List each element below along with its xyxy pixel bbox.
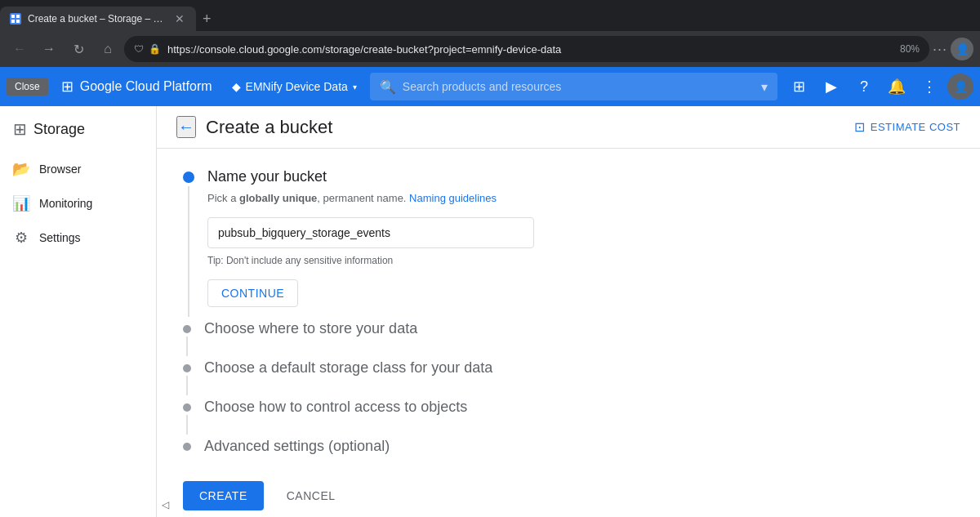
continue-button[interactable]: CONTINUE <box>207 279 298 307</box>
step-1-title: Name your bucket <box>207 168 954 185</box>
sidebar-header: ⊞ Storage <box>0 113 156 152</box>
input-tip: Tip: Don't include any sensitive informa… <box>207 255 954 266</box>
step-4-line <box>186 415 188 435</box>
forward-button[interactable]: → <box>36 36 62 62</box>
gcp-logo[interactable]: ⊞ Google Cloud Platform <box>55 78 219 96</box>
step-2-line <box>186 336 188 356</box>
step-5-title[interactable]: Advanced settings (optional) <box>204 438 954 455</box>
tab-title: Create a bucket – Storage – EM <box>28 13 167 25</box>
sidebar-item-monitoring[interactable]: 📊 Monitoring <box>0 186 149 221</box>
step-1-description: Pick a globally unique, permanent name. … <box>207 192 954 204</box>
estimate-cost-button[interactable]: ⊡ ESTIMATE COST <box>854 119 960 135</box>
svg-rect-0 <box>11 15 15 18</box>
dropdown-icon: ▾ <box>353 82 357 91</box>
user-avatar[interactable]: 👤 <box>947 74 973 100</box>
bucket-name-input[interactable] <box>207 217 534 248</box>
address-bar[interactable]: 🛡 🔒 https://console.cloud.google.com/sto… <box>124 36 929 62</box>
step-4-content: Choose how to control access to objects <box>204 399 954 438</box>
step-access: Choose how to control access to objects <box>183 399 954 438</box>
address-bar-icons: 🛡 🔒 <box>134 43 161 55</box>
step-storage-class: Choose a default storage class for your … <box>183 359 954 399</box>
step-4-dot <box>183 403 191 412</box>
estimate-cost-label: ESTIMATE COST <box>871 121 960 133</box>
step-4-title[interactable]: Choose how to control access to objects <box>204 399 954 416</box>
close-button[interactable]: Close <box>7 78 48 96</box>
settings-icon: ⚙ <box>13 229 29 247</box>
active-tab[interactable]: Create a bucket – Storage – EM ✕ <box>0 7 196 31</box>
step-5-indicator <box>183 438 191 468</box>
back-button[interactable]: ← <box>7 36 33 62</box>
app-layout: ⊞ Storage 📂 Browser 📊 Monitoring ⚙ Setti… <box>0 106 980 517</box>
home-button[interactable]: ⌂ <box>95 36 121 62</box>
page-header-left: ← Create a bucket <box>176 116 332 138</box>
browser-toolbar: ← → ↻ ⌂ 🛡 🔒 https://console.cloud.google… <box>0 31 980 67</box>
sidebar-browser-label: Browser <box>39 163 81 176</box>
settings-menu-button[interactable]: ⋮ <box>915 72 944 101</box>
apps-button[interactable]: ⊞ <box>784 72 813 101</box>
sidebar-item-settings[interactable]: ⚙ Settings <box>0 221 149 255</box>
svg-rect-3 <box>16 20 20 23</box>
project-name: EMNify Device Data <box>246 80 348 93</box>
step-name: Name your bucket Pick a globally unique,… <box>183 168 954 320</box>
search-icon: 🔍 <box>380 79 396 95</box>
browser-menu-button[interactable]: ··· <box>933 41 947 58</box>
step-2-content: Choose where to store your data <box>204 320 954 359</box>
step-1-dot <box>183 172 194 183</box>
search-expand-icon: ▾ <box>761 79 768 95</box>
step-2-title[interactable]: Choose where to store your data <box>204 320 954 337</box>
search-bar[interactable]: 🔍 Search products and resources ▾ <box>370 73 777 100</box>
step-3-content: Choose a default storage class for your … <box>204 359 954 399</box>
page-header: ← Create a bucket ⊡ ESTIMATE COST <box>157 106 980 149</box>
url-display: https://console.cloud.google.com/storage… <box>167 43 893 56</box>
sidebar-collapse-handle[interactable]: ◁ <box>157 492 173 517</box>
browser-chrome: Create a bucket – Storage – EM ✕ + ← → ↻… <box>0 0 980 67</box>
main-content: ← Create a bucket ⊡ ESTIMATE COST Name y… <box>157 106 980 517</box>
page-title: Create a bucket <box>206 117 332 138</box>
reload-button[interactable]: ↻ <box>65 36 91 62</box>
create-button[interactable]: CREATE <box>183 481 264 510</box>
cancel-button[interactable]: CANCEL <box>274 481 349 510</box>
step-1-line <box>188 186 189 317</box>
estimate-cost-icon: ⊡ <box>854 119 866 135</box>
security-icon: 🛡 <box>134 43 144 55</box>
project-selector[interactable]: ◆ EMNify Device Data ▾ <box>225 77 363 96</box>
step-advanced: Advanced settings (optional) <box>183 438 954 468</box>
sidebar-item-browser[interactable]: 📂 Browser <box>0 152 149 186</box>
step-3-dot <box>183 364 191 372</box>
step-1-content: Name your bucket Pick a globally unique,… <box>207 168 954 320</box>
sidebar-title: Storage <box>33 121 85 138</box>
new-tab-button[interactable]: + <box>196 7 218 31</box>
browser-icon: 📂 <box>13 160 29 178</box>
step-1-desc-suffix: , permanent name. <box>317 192 406 204</box>
step-4-indicator <box>183 399 191 438</box>
grid-icon: ⊞ <box>61 78 74 96</box>
notifications-button[interactable]: 🔔 <box>882 72 911 101</box>
step-1-desc-bold: globally unique <box>239 192 317 204</box>
naming-guidelines-link[interactable]: Naming guidelines <box>409 192 497 204</box>
zoom-level: 80% <box>900 43 920 55</box>
monitoring-icon: 📊 <box>13 194 29 212</box>
back-navigation-button[interactable]: ← <box>176 116 196 138</box>
tab-close-button[interactable]: ✕ <box>173 11 186 27</box>
search-placeholder: Search products and resources <box>403 80 755 93</box>
wizard-content: Name your bucket Pick a globally unique,… <box>157 149 980 517</box>
step-2-indicator <box>183 320 191 359</box>
gcp-logo-text: Google Cloud Platform <box>80 79 212 94</box>
svg-rect-1 <box>16 15 20 18</box>
project-icon: ◆ <box>232 80 241 93</box>
sidebar-storage-icon: ⊞ <box>13 119 27 139</box>
svg-rect-2 <box>11 20 15 23</box>
help-button[interactable]: ? <box>849 72 879 101</box>
step-3-indicator <box>183 359 191 399</box>
cloud-shell-button[interactable]: ▶ <box>817 72 846 101</box>
tab-favicon <box>10 13 21 25</box>
sidebar: ⊞ Storage 📂 Browser 📊 Monitoring ⚙ Setti… <box>0 106 157 517</box>
step-3-line <box>186 376 188 395</box>
step-location: Choose where to store your data <box>183 320 954 359</box>
step-3-title[interactable]: Choose a default storage class for your … <box>204 359 954 377</box>
browser-profile-button[interactable]: 👤 <box>951 38 973 60</box>
gcp-header: Close ⊞ Google Cloud Platform ◆ EMNify D… <box>0 67 980 106</box>
tab-bar: Create a bucket – Storage – EM ✕ + <box>0 0 980 31</box>
lock-icon: 🔒 <box>149 43 161 55</box>
step-5-content: Advanced settings (optional) <box>204 438 954 468</box>
